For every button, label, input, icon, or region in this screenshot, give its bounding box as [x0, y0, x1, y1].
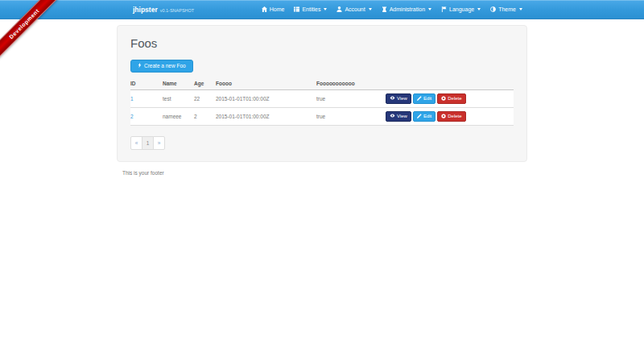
- chevron-down-icon: [477, 8, 481, 10]
- pagination: « 1 »: [130, 136, 514, 150]
- remove-circle-icon: [441, 96, 446, 102]
- nav-item-language[interactable]: Language: [436, 0, 485, 19]
- nav-menu: Home Entities Account Adminis: [257, 0, 527, 19]
- foos-table: ID Name Age Foooo Fooooooooooo 1 test 22…: [130, 77, 514, 126]
- delete-button[interactable]: Delete: [437, 111, 465, 122]
- row-actions: View Edit Delete: [386, 93, 512, 104]
- pencil-icon: [417, 114, 422, 119]
- cell-foooo: 2015-01-01T01:00:00Z: [216, 89, 316, 107]
- nav-item-entities[interactable]: Entities: [289, 0, 332, 19]
- table-header-row: ID Name Age Foooo Fooooooooooo: [130, 77, 514, 90]
- page-title: Foos: [130, 36, 514, 50]
- edit-button[interactable]: Edit: [413, 93, 436, 104]
- nav-item-label: Language: [449, 6, 474, 12]
- row-actions: View Edit Delete: [386, 111, 512, 122]
- eye-icon: [390, 114, 395, 118]
- theme-adjust-icon: [490, 6, 496, 12]
- edit-label: Edit: [423, 96, 431, 101]
- navbar-container: jhipster v0.1-SNAPSHOT Home Entities: [117, 0, 527, 19]
- cell-name: test: [163, 89, 194, 107]
- column-header-id: ID: [130, 77, 163, 90]
- nav-item-label: Administration: [390, 6, 425, 12]
- nav-item-label: Theme: [498, 6, 516, 12]
- view-button[interactable]: View: [386, 111, 411, 122]
- nav-item-label: Account: [345, 6, 365, 12]
- cell-fooooooooooo: true: [316, 89, 386, 107]
- create-foo-label: Create a new Foo: [144, 63, 186, 68]
- pagination-page-1[interactable]: 1: [142, 136, 154, 150]
- delete-label: Delete: [448, 96, 461, 101]
- chevron-down-icon: [324, 8, 327, 10]
- delete-label: Delete: [448, 114, 461, 118]
- row-id-link[interactable]: 1: [130, 96, 134, 102]
- cell-age: 22: [194, 89, 216, 107]
- pagination-last-button[interactable]: »: [153, 136, 165, 150]
- column-header-fooooooooooo: Fooooooooooo: [316, 77, 386, 90]
- entities-list-icon: [294, 6, 299, 12]
- chevron-down-icon: [369, 8, 372, 10]
- view-button[interactable]: View: [386, 93, 411, 104]
- column-header-name: Name: [163, 77, 194, 90]
- edit-button[interactable]: Edit: [413, 111, 436, 122]
- home-icon: [262, 6, 267, 12]
- brand-link[interactable]: jhipster v0.1-SNAPSHOT: [117, 6, 194, 14]
- pagination-first-button[interactable]: «: [130, 136, 142, 150]
- brand-name: jhipster: [133, 6, 158, 14]
- view-label: View: [397, 114, 407, 118]
- chevron-down-icon: [428, 8, 431, 10]
- table-row: 2 nameee 2 2015-01-01T01:00:00Z true Vie…: [130, 107, 514, 125]
- pencil-icon: [417, 96, 422, 102]
- nav-item-home[interactable]: Home: [257, 0, 290, 19]
- flag-icon: [441, 6, 447, 12]
- cell-foooo: 2015-01-01T01:00:00Z: [216, 107, 316, 125]
- nav-item-account[interactable]: Account: [332, 0, 376, 19]
- nav-item-administration[interactable]: Administration: [377, 0, 436, 19]
- remove-circle-icon: [441, 114, 446, 119]
- create-foo-button[interactable]: Create a new Foo: [130, 60, 193, 73]
- column-header-actions: [386, 77, 514, 90]
- edit-label: Edit: [423, 114, 431, 118]
- nav-item-label: Home: [270, 6, 285, 12]
- row-id-link[interactable]: 2: [130, 114, 134, 119]
- foos-panel: Foos Create a new Foo ID Name Age Foooo …: [117, 25, 527, 162]
- user-icon: [336, 6, 342, 12]
- navbar: jhipster v0.1-SNAPSHOT Home Entities: [0, 0, 644, 19]
- table-row: 1 test 22 2015-01-01T01:00:00Z true View: [130, 89, 514, 107]
- flash-icon: [138, 62, 142, 69]
- column-header-age: Age: [194, 77, 216, 90]
- tower-icon: [382, 6, 387, 12]
- cell-fooooooooooo: true: [316, 107, 386, 125]
- nav-item-theme[interactable]: Theme: [485, 0, 527, 19]
- view-label: View: [397, 96, 407, 101]
- column-header-foooo: Foooo: [216, 77, 316, 90]
- cell-name: nameee: [163, 107, 194, 125]
- cell-age: 2: [194, 107, 216, 125]
- page-footer: This is your footer: [117, 170, 527, 176]
- brand-version: v0.1-SNAPSHOT: [160, 8, 194, 13]
- delete-button[interactable]: Delete: [437, 93, 465, 104]
- eye-icon: [390, 96, 395, 101]
- chevron-down-icon: [519, 8, 522, 10]
- nav-item-label: Entities: [302, 6, 320, 12]
